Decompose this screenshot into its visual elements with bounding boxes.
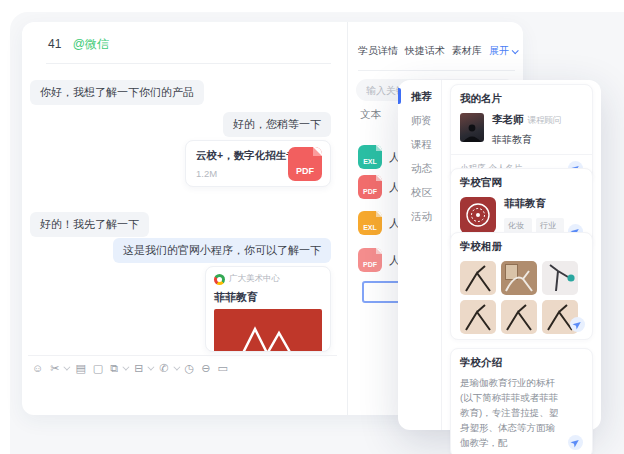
teacher-name: 李老师	[492, 113, 524, 125]
contact-number: 41	[48, 37, 61, 51]
phone-icon[interactable]: ✆	[159, 361, 168, 375]
history-icon[interactable]: ◷	[185, 361, 195, 375]
intro-text: 是瑜伽教育行业的标杆(以下简称菲菲或者菲菲教育)，专注普拉提、塑身塑形、体态等方…	[460, 375, 562, 450]
miniprogram-card[interactable]: 广大美术中心 菲菲教育	[205, 266, 331, 352]
file-badge-label: EXL	[363, 224, 377, 231]
menu-item-teachers[interactable]: 师资	[398, 110, 442, 130]
teacher-name-row: 李老师课程顾问	[492, 113, 562, 127]
menu-item-recommend[interactable]: 推荐	[398, 86, 442, 106]
file-badge-label: PDF	[363, 261, 377, 268]
teacher-org: 菲菲教育	[492, 133, 562, 147]
header-divider	[46, 63, 331, 64]
namecard-body: 李老师课程顾问 菲菲教育	[460, 113, 583, 147]
tab-student-detail[interactable]: 学员详情	[358, 44, 398, 58]
folded-corner	[376, 175, 382, 181]
toolbar-divider	[28, 355, 337, 356]
window-icon[interactable]: ▭	[217, 361, 227, 375]
mountain-logo-icon	[233, 321, 303, 352]
excel-file-icon: EXL	[358, 145, 382, 169]
screenshot-stage: 41 @微信 你好，我想了解一下你们的产品 好的，您稍等一下 云校+，数字化招生…	[0, 0, 624, 454]
folded-corner	[376, 145, 382, 151]
expand-button[interactable]: 展开	[489, 44, 517, 58]
section-title: 学校介绍	[460, 356, 583, 370]
message-sent: 这是我们的官网小程序，你可以了解一下	[113, 238, 331, 263]
miniprogram-cover-image	[214, 309, 322, 352]
chevron-down-icon[interactable]	[64, 363, 71, 370]
section-title: 学校官网	[460, 176, 583, 190]
miniprogram-logo-icon	[214, 274, 225, 285]
menu-item-courses[interactable]: 课程	[398, 134, 442, 154]
file-icon[interactable]: ▢	[93, 361, 103, 375]
message-received: 你好，我想了解一下你们的产品	[30, 80, 204, 105]
chevron-down-icon[interactable]	[148, 363, 155, 370]
emblem-icon	[464, 201, 492, 229]
pdf-file-icon: PDF	[358, 175, 382, 199]
person-silhouette-icon	[460, 124, 484, 142]
minus-circle-icon[interactable]: ⊖	[201, 361, 210, 375]
folded-corner	[376, 211, 382, 217]
menu-item-news[interactable]: 动态	[398, 158, 442, 178]
cut-icon[interactable]: ✂	[50, 361, 59, 375]
tab-material-library[interactable]: 素材库	[452, 44, 482, 58]
yoga-photo[interactable]	[501, 261, 537, 295]
pdf-file-icon: PDF	[358, 248, 382, 272]
message-sent: 好的，您稍等一下	[223, 112, 331, 137]
yoga-photo[interactable]	[460, 261, 496, 295]
tab-quick-replies[interactable]: 快捷话术	[405, 44, 445, 58]
chat-header: 41 @微信	[48, 36, 109, 53]
excel-file-icon: EXL	[358, 211, 382, 235]
miniprogram-title: 菲菲教育	[214, 290, 322, 305]
pdf-file-icon: PDF	[288, 147, 322, 181]
send-button[interactable]	[568, 435, 583, 450]
image-icon[interactable]: ▤	[75, 361, 85, 375]
section-title: 我的名片	[460, 92, 583, 106]
chat-area: 41 @微信 你好，我想了解一下你们的产品 好的，您稍等一下 云校+，数字化招生…	[22, 22, 347, 415]
teacher-photo	[460, 113, 484, 142]
folded-corner	[376, 248, 382, 254]
intro-section: 学校介绍 是瑜伽教育行业的标杆(以下简称菲菲或者菲菲教育)，专注普拉提、塑身塑形…	[450, 348, 593, 454]
menu-item-activities[interactable]: 活动	[398, 206, 442, 226]
card-divider	[451, 154, 592, 155]
recommend-popup: 推荐 师资 课程 动态 校区 活动 我的名片 李老师课程顾问 菲菲教育	[398, 80, 601, 430]
chat-toolbar: ☺ ✂ ▤ ▢ ⧉ ⊟ ✆ ◷ ⊖ ▭	[32, 361, 228, 375]
school-org: 菲菲教育	[504, 197, 583, 211]
chevron-down-icon[interactable]	[173, 363, 180, 370]
wechat-mention: @微信	[73, 37, 109, 51]
menu-item-campus[interactable]: 校区	[398, 182, 442, 202]
file-badge-label: PDF	[363, 188, 377, 195]
copy-icon[interactable]: ⧉	[110, 361, 118, 375]
popup-menu: 推荐 师资 课程 动态 校区 活动	[398, 80, 442, 430]
message-received: 好的！我先了解一下	[30, 212, 149, 237]
expand-label: 展开	[489, 44, 509, 58]
album-grid	[460, 261, 583, 334]
subtab-text[interactable]: 文本	[360, 108, 381, 122]
folded-corner	[313, 147, 322, 156]
pdf-badge-label: PDF	[288, 166, 322, 176]
yoga-photo[interactable]	[542, 261, 578, 295]
folder-icon[interactable]: ⊟	[134, 361, 143, 375]
emoji-icon[interactable]: ☺	[32, 361, 43, 375]
section-title: 学校相册	[460, 240, 583, 254]
yoga-photo[interactable]	[460, 300, 496, 334]
file-badge-label: EXL	[363, 158, 377, 165]
school-logo	[460, 197, 496, 233]
yoga-photo[interactable]	[501, 300, 537, 334]
chevron-down-icon[interactable]	[123, 363, 130, 370]
tabs-divider	[358, 70, 515, 71]
paper-plane-icon	[571, 318, 584, 331]
paper-plane-icon	[569, 436, 582, 449]
send-button[interactable]	[570, 317, 585, 332]
album-section: 学校相册	[450, 232, 593, 340]
panel-tabs: 学员详情 快捷话术 素材库 展开	[358, 44, 517, 58]
pdf-attachment-card[interactable]: 云校+，数字化招生专家 1.2M PDF	[185, 140, 331, 187]
chevron-down-icon	[512, 47, 519, 54]
miniprogram-source-row: 广大美术中心	[214, 273, 322, 285]
teacher-role: 课程顾问	[528, 115, 562, 125]
miniprogram-source: 广大美术中心	[229, 273, 280, 285]
intro-body: 是瑜伽教育行业的标杆(以下简称菲菲或者菲菲教育)，专注普拉提、塑身塑形、体态等方…	[460, 375, 583, 450]
